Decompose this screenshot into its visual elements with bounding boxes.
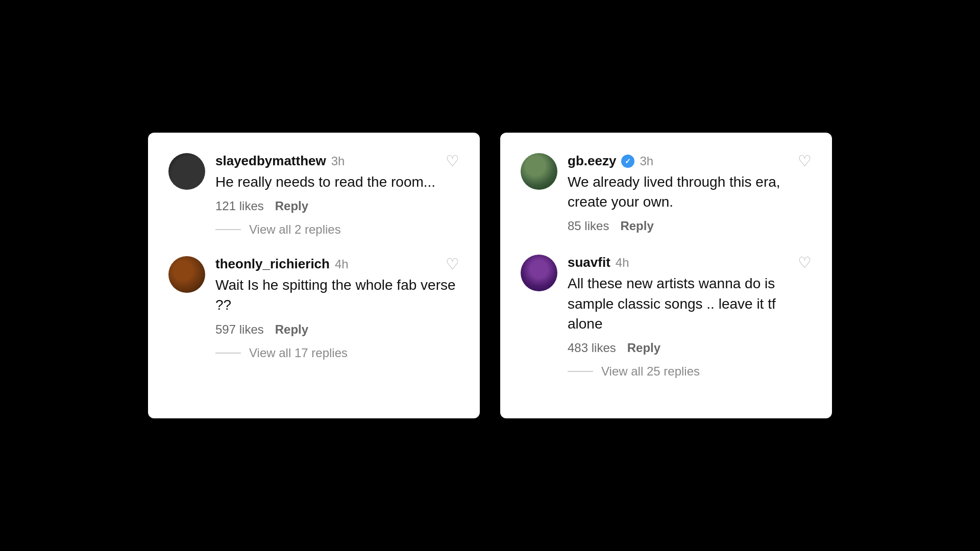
time-1: 3h (331, 154, 345, 168)
time-2: 4h (335, 257, 349, 271)
like-icon-4[interactable]: ♡ (798, 255, 812, 270)
username-4: suavfit (568, 255, 610, 270)
like-icon-1[interactable]: ♡ (446, 154, 459, 169)
comment-block-3: gb.eezy ✓ 3h ♡ We already lived through … (521, 153, 812, 233)
username-time-2: theonly_richierich 4h (215, 256, 349, 272)
comment-body-2: theonly_richierich 4h ♡ Wait Is he spitt… (215, 256, 459, 336)
view-replies-line-1 (215, 229, 241, 230)
likes-count-1: 121 likes (215, 199, 264, 213)
username-3: gb.eezy (568, 153, 616, 169)
avatar-3 (521, 153, 557, 190)
right-comment-card: gb.eezy ✓ 3h ♡ We already lived through … (500, 133, 832, 418)
reply-button-4[interactable]: Reply (627, 341, 660, 355)
comment-actions-2: 597 likes Reply (215, 322, 459, 337)
view-replies-line-4 (568, 371, 593, 372)
username-time-1: slayedbymatthew 3h (215, 153, 345, 169)
comment-actions-4: 483 likes Reply (568, 341, 812, 355)
username-2: theonly_richierich (215, 256, 330, 272)
view-replies-text-4[interactable]: View all 25 replies (601, 364, 700, 379)
comment-block-2: theonly_richierich 4h ♡ Wait Is he spitt… (168, 256, 459, 374)
time-3: 3h (640, 154, 653, 168)
comment-header-2: theonly_richierich 4h ♡ Wait Is he spitt… (168, 256, 459, 336)
reply-button-2[interactable]: Reply (275, 322, 308, 337)
spacer (521, 238, 812, 255)
comment-top-row-4: suavfit 4h ♡ (568, 255, 812, 270)
view-replies-line-2 (215, 353, 241, 354)
comment-text-2: Wait Is he spitting the whole fab verse … (215, 275, 459, 315)
comment-top-row-2: theonly_richierich 4h ♡ (215, 256, 459, 272)
avatar-2 (168, 256, 205, 293)
left-comment-card: slayedbymatthew 3h ♡ He really needs to … (148, 133, 480, 418)
reply-button-1[interactable]: Reply (275, 199, 308, 213)
time-4: 4h (616, 256, 629, 270)
view-replies-text-2[interactable]: View all 17 replies (249, 346, 348, 360)
comment-actions-1: 121 likes Reply (215, 199, 459, 213)
like-icon-2[interactable]: ♡ (446, 257, 459, 272)
comment-text-4: All these new artists wanna do is sample… (568, 273, 812, 334)
comment-header-1: slayedbymatthew 3h ♡ He really needs to … (168, 153, 459, 213)
comment-top-row-3: gb.eezy ✓ 3h ♡ (568, 153, 812, 169)
view-replies-2[interactable]: View all 17 replies (215, 346, 459, 360)
like-icon-3[interactable]: ♡ (798, 154, 812, 169)
comment-block-1: slayedbymatthew 3h ♡ He really needs to … (168, 153, 459, 251)
comment-text-3: We already lived through this era, creat… (568, 172, 812, 212)
comment-body-1: slayedbymatthew 3h ♡ He really needs to … (215, 153, 459, 213)
view-replies-1[interactable]: View all 2 replies (215, 222, 459, 237)
comment-header-4: suavfit 4h ♡ All these new artists wanna… (521, 255, 812, 355)
comment-body-4: suavfit 4h ♡ All these new artists wanna… (568, 255, 812, 355)
comment-body-3: gb.eezy ✓ 3h ♡ We already lived through … (568, 153, 812, 233)
comment-header-3: gb.eezy ✓ 3h ♡ We already lived through … (521, 153, 812, 233)
avatar-4 (521, 255, 557, 291)
avatar-1 (168, 153, 205, 190)
username-time-4: suavfit 4h (568, 255, 629, 270)
comment-top-row-1: slayedbymatthew 3h ♡ (215, 153, 459, 169)
likes-count-4: 483 likes (568, 341, 616, 355)
likes-count-3: 85 likes (568, 219, 609, 233)
verified-icon-3: ✓ (621, 155, 634, 168)
comment-actions-3: 85 likes Reply (568, 219, 812, 233)
comment-text-1: He really needs to read the room... (215, 172, 459, 192)
reply-button-3[interactable]: Reply (620, 219, 653, 233)
comment-block-4: suavfit 4h ♡ All these new artists wanna… (521, 255, 812, 393)
username-1: slayedbymatthew (215, 153, 326, 169)
likes-count-2: 597 likes (215, 322, 264, 337)
username-time-3: gb.eezy ✓ 3h (568, 153, 653, 169)
view-replies-text-1[interactable]: View all 2 replies (249, 222, 341, 237)
view-replies-4[interactable]: View all 25 replies (568, 364, 812, 379)
